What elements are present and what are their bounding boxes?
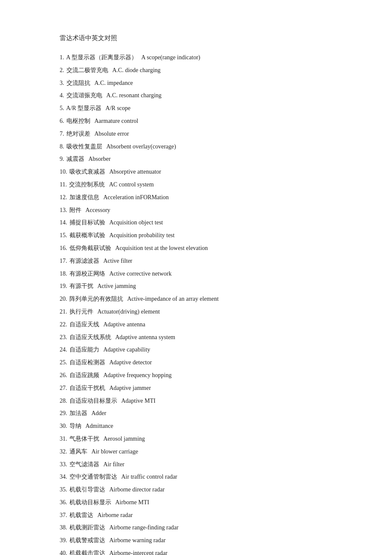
entry-english: Air filter [104,461,124,468]
list-item: 35. 机载引导雷达 Airborne director radar [60,485,341,495]
entry-chinese: 交流谐振充电 [66,92,102,99]
entry-english: Adaptive antenna system [115,334,176,340]
entry-english: Active filter [104,258,133,264]
list-item: 2. 交流二极管充电 A.C. diode charging [60,65,341,76]
entry-number: 38. [60,524,67,531]
list-item: 12. 加速度信息 Acceleration inFORMation [60,192,341,203]
entry-chinese: A/R 型显示器 [66,105,101,111]
entry-english: Actuator(driving) element [98,308,160,315]
entry-chinese: 自适应动目标显示 [69,398,117,404]
entry-chinese: 有源校正网络 [69,270,105,277]
entry-number: 16. [60,245,67,251]
entry-number: 35. [60,486,67,493]
entry-number: 37. [60,512,67,518]
page-title: 雷达术语中英文对照 [60,34,341,42]
list-item: 25. 自适应检测器 Adaptive detector [60,357,341,368]
entry-english: Air traffic control radar [121,474,178,480]
list-item: 26. 自适应跳频 Adaptive frequency hopping [60,370,341,381]
entry-number: 22. [60,321,67,328]
entry-number: 1. [60,54,64,61]
list-item: 28. 自适应动目标显示 Adaptive MTI [60,396,341,406]
entry-number: 19. [60,283,67,289]
entry-number: 33. [60,461,67,468]
entry-english: Absorber [89,156,111,162]
list-item: 5. A/R 型显示器 A/R scope [60,103,341,113]
list-item: 4. 交流谐振充电 A.C. resonant charging [60,90,341,101]
entry-english: Absorptive attenuator [110,169,161,175]
list-item: 33. 空气滤清器 Air filter [60,459,341,470]
entry-number: 11. [60,181,67,188]
entry-chinese: 机载测距雷达 [69,524,105,531]
entry-english: AC control system [109,181,154,188]
entry-chinese: 执行元件 [69,308,93,315]
entry-number: 40. [60,550,67,555]
entry-chinese: 截获概率试验 [69,232,105,238]
entry-number: 15. [60,232,67,238]
entry-english: Acquisition object test [110,219,163,226]
entry-number: 13. [60,207,67,213]
entry-number: 28. [60,398,67,404]
list-item: 3. 交流阻抗 A.C. impedance [60,78,341,88]
entry-chinese: 有源滤波器 [69,258,99,264]
entry-number: 4. [60,92,64,99]
list-item: 18. 有源校正网络 Active corrective network [60,269,341,279]
entry-english: Aarmature control [95,118,138,124]
entry-english: Airborne director radar [110,486,165,493]
list-item: 13. 附件 Accessory [60,205,341,215]
entry-english: Air blower carriage [92,448,138,455]
entry-english: A.C. resonant charging [107,92,162,99]
entry-number: 20. [60,296,67,302]
entry-number: 10. [60,169,67,175]
entry-number: 25. [60,359,67,366]
list-item: 31. 气悬体干扰 Aerosol jamming [60,434,341,444]
list-item: 23. 自适应天线系统 Adaptive antenna system [60,332,341,343]
entry-chinese: 自适应跳频 [69,372,99,378]
entry-chinese: 空气滤清器 [69,461,99,468]
entry-chinese: 交流阻抗 [66,80,90,86]
entry-chinese: 机载警戒雷达 [69,537,105,543]
entry-chinese: 附件 [69,207,81,213]
list-item: 19. 有源干扰 Active jamming [60,281,341,291]
entry-english: Adaptive frequency hopping [104,372,172,378]
entry-english: Adder [92,410,107,416]
entry-english: Airborne range-finding radar [110,524,179,531]
entry-chinese: 机载雷达 [69,512,93,518]
entry-chinese: 机载截击雷达 [69,550,105,555]
entry-number: 12. [60,194,67,200]
entry-chinese: 有源干扰 [69,283,93,289]
entry-english: Adaptive jammer [110,385,151,391]
list-item: 6. 电枢控制 Aarmature control [60,116,341,126]
entry-english: Airborne radar [98,512,133,518]
list-item: 20. 阵列单元的有效阻抗 Active-impedance of an arr… [60,294,341,304]
entry-number: 29. [60,410,67,416]
list-item: 22. 自适应天线 Adaptive antenna [60,320,341,330]
entry-english: A/R scope [106,105,131,111]
entry-number: 39. [60,537,67,543]
entry-number: 14. [60,219,67,226]
entry-number: 18. [60,270,67,277]
entry-number: 30. [60,423,67,429]
entry-number: 36. [60,499,67,506]
entry-chinese: 自适应干扰机 [69,385,105,391]
list-item: 8. 吸收性复盖层 Absorbent overlay(coverage) [60,142,341,152]
entry-english: A.C. impedance [95,80,133,86]
list-item: 11. 交流控制系统 AC control system [60,180,341,190]
entry-chinese: 自适应天线 [69,321,99,328]
entry-english: Acquisition probability test [110,232,175,238]
entry-chinese: 加法器 [69,410,87,416]
entry-english: Active jamming [98,283,136,289]
list-item: 1. A 型显示器（距离显示器） A scope(range indicator… [60,52,341,63]
list-item: 34. 空中交通管制雷达 Air traffic control radar [60,472,341,482]
entry-chinese: 低仰角截获试验 [69,245,111,251]
entry-chinese: 自适应天线系统 [69,334,111,340]
entry-number: 27. [60,385,67,391]
entry-chinese: 减震器 [66,156,84,162]
list-item: 21. 执行元件 Actuator(driving) element [60,307,341,317]
entry-english: Absorbent overlay(coverage) [107,143,176,150]
list-item: 39. 机载警戒雷达 Airborne warning radar [60,535,341,546]
entry-chinese: 阵列单元的有效阻抗 [69,296,123,302]
entry-chinese: 电枢控制 [66,118,90,124]
entry-number: 2. [60,67,64,73]
entry-chinese: 导纳 [69,423,81,429]
entry-number: 23. [60,334,67,340]
